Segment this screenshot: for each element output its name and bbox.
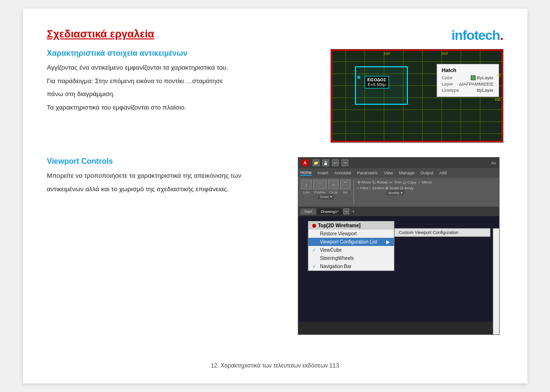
tool-line: | Line: [301, 180, 312, 194]
ctx-viewcube[interactable]: ✓ ViewCube: [308, 246, 394, 254]
tool-circle: ○ Circle: [328, 180, 339, 194]
logo-dot: .: [500, 28, 503, 43]
ctx-three-horizontal[interactable]: Three: Horizontal: [493, 294, 500, 302]
section2-text2: αντικειμένων αλλά και το χωρισμό της σχε…: [47, 184, 284, 195]
ctx-restore-viewport[interactable]: Restore Viewport: [308, 230, 394, 238]
section2-text1: Μπορείτε να τροποποιήσετε τα χαρακτηριστ…: [47, 171, 284, 181]
ctx-viewport-config[interactable]: Viewport Configuration List ▶: [308, 238, 394, 246]
ctx-configure[interactable]: Configure...: [493, 327, 500, 335]
logo-container: infotech.: [452, 28, 503, 43]
modify-label: Modify ▾: [386, 190, 404, 196]
bottom-section: Viewport Controls Μπορείτε να τροποποιήσ…: [47, 157, 503, 357]
cad-label: ΕΙΣΟΔΟΣ E=5.50τμ: [365, 76, 389, 88]
ac-icon: A: [301, 159, 309, 167]
hatch-popup: Hatch Color ByLayer Layer ΔΙΑΓΡΑΜΜΙΣΕΙΣ …: [437, 64, 499, 97]
ctx-single[interactable]: Single: [493, 229, 500, 237]
ribbon-tab-output[interactable]: Output: [420, 171, 433, 175]
context-menu-3: Single Two: Vertical Two: Horizontal Thr…: [493, 228, 500, 335]
ribbon-tab-insert[interactable]: Insert: [318, 171, 329, 175]
section1-text2: Για παράδειγμα: Στην επόμενη εικόνα το π…: [47, 76, 298, 86]
ctx-three-below[interactable]: Three: Below: [493, 278, 500, 286]
ribbon-tab-annotate[interactable]: Annotate: [334, 171, 352, 175]
hatch-popup-layer-row: Layer ΔΙΑΓΡΑΜΜΙΣΕΙΣ: [442, 81, 494, 86]
submenu2-header: Custom Viewport Configuration: [395, 229, 490, 236]
page: Σχεδιαστικά εργαλεία Χαρακτηριστικά στοι…: [23, 9, 527, 383]
ctx-two-horizontal[interactable]: Two: Horizontal: [493, 245, 500, 253]
ctx-four-equal[interactable]: Four: Equal: [493, 302, 500, 310]
logo-text: infotech.: [452, 28, 503, 43]
cad-screenshot-1: ΕΙΣΟΔΟΣ E=5.50τμ Hatch Color ByLayer Lay…: [330, 49, 503, 143]
ribbon-tab-parametric[interactable]: Parametric: [357, 171, 379, 175]
context-menu-1: Top[2D Wireframe] Restore Viewport Viewp…: [308, 221, 394, 271]
ctx-three-right[interactable]: Three: Right: [493, 253, 500, 261]
tool-polyline: ⌒ Polyline: [313, 180, 327, 194]
autocad-screenshot-2: A 📁 💾 ↩ ↪ Au Home Insert Annotate Parame…: [298, 157, 500, 335]
section1-text4: Τα χαρακτηριστικά του εμφανίζονται στο π…: [47, 102, 298, 113]
ctx-four-right[interactable]: Four: Right: [493, 310, 500, 318]
hatch-popup-color-row: Color ByLayer: [442, 75, 494, 80]
context-menu-2: Custom Viewport Configuration: [394, 228, 490, 237]
bottom-left: Viewport Controls Μπορείτε να τροποποιήσ…: [47, 157, 284, 357]
ribbon-tab-add[interactable]: Add: [439, 171, 447, 175]
ctx-three-above[interactable]: Three: Above: [493, 270, 500, 278]
ribbon-tab-view[interactable]: View: [384, 171, 393, 175]
ac-titlebar: A 📁 💾 ↩ ↪ Au: [298, 158, 499, 168]
draw-label: Draw ▾: [318, 194, 334, 199]
new-tab-button[interactable]: +: [350, 209, 357, 214]
hatch-popup-linetype-row: Linetype ByLayer: [442, 87, 494, 93]
bottom-right: A 📁 💾 ↩ ↪ Au Home Insert Annotate Parame…: [298, 157, 503, 357]
ac-ribbon: Home Insert Annotate Parametric View Man…: [298, 168, 499, 178]
ctx-four-left[interactable]: Four: Left: [493, 318, 500, 327]
top-section: Σχεδιαστικά εργαλεία Χαρακτηριστικά στοι…: [47, 28, 503, 143]
hatch-popup-title: Hatch: [442, 67, 494, 73]
ribbon-tab-manage[interactable]: Manage: [399, 171, 415, 175]
section1-text3: πάνω στη διαγράμμιση.: [47, 89, 298, 99]
ctx-two-vertical[interactable]: Two: Vertical: [493, 237, 500, 245]
page-title: Σχεδιαστικά εργαλεία: [47, 28, 298, 40]
ctx-steeringwheels[interactable]: SteeringWheels: [308, 254, 394, 262]
ac-toolbar: | Line ⌒ Polyline ○ Circle: [298, 178, 499, 207]
cad-background: ΕΙΣΟΔΟΣ E=5.50τμ Hatch Color ByLayer Lay…: [331, 49, 503, 142]
footer-text: 12. Χαρακτηριστικά των τελευταίων εκδόσε…: [211, 362, 339, 369]
context-menu-header: Top[2D Wireframe]: [308, 221, 394, 230]
ac-viewport-area: Top[2D Wireframe] Restore Viewport Viewp…: [298, 216, 499, 322]
tool-arc: ⌒ Arc: [340, 180, 351, 194]
ribbon-tab-home[interactable]: Home: [300, 170, 312, 176]
ctx-navigation-bar[interactable]: ✓ Navigation Bar: [308, 262, 394, 270]
close-tab-icon[interactable]: ×: [343, 208, 349, 214]
ctx-three-left[interactable]: Three: Left: [493, 261, 500, 270]
tab-drawing1[interactable]: Drawing1*: [317, 208, 342, 215]
left-content: Σχεδιαστικά εργαλεία Χαρακτηριστικά στοι…: [47, 28, 298, 115]
ac-tab-bar: Start Drawing1* × +: [298, 207, 499, 216]
tab-start[interactable]: Start: [300, 208, 316, 215]
red-dot-icon: [312, 224, 316, 228]
section1-text1: Αγγίζοντας ένα αντικείμενο εμφανίζονται …: [47, 62, 298, 73]
section2-title: Viewport Controls: [47, 157, 284, 166]
section1-title: Χαρακτηριστικά στοιχεία αντικειμένων: [47, 49, 298, 58]
ctx-three-vertical[interactable]: Three: Vertical: [493, 286, 500, 294]
footer: 12. Χαρακτηριστικά των τελευταίων εκδόσε…: [47, 357, 503, 369]
right-content: infotech.: [312, 28, 503, 143]
